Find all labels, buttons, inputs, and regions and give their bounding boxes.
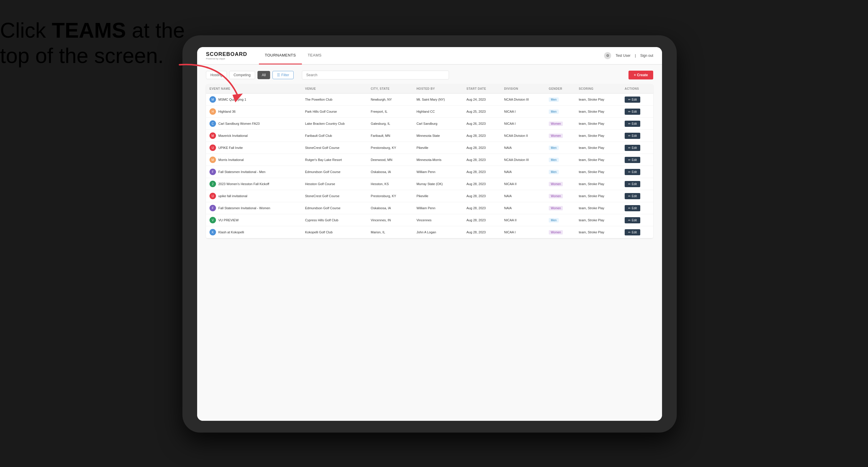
cell-scoring: team, Stroke Play (575, 214, 621, 226)
team-icon: U (210, 145, 216, 151)
cell-city-state: Oskaloosa, IA (367, 166, 413, 178)
table-row: M Maverick Invitational Faribault Golf C… (206, 130, 653, 142)
cell-city-state: Faribault, MN (367, 130, 413, 142)
edit-button[interactable]: ✏ Edit (625, 133, 640, 139)
event-name-text: 2023 Women's Hesston Fall Kickoff (218, 182, 269, 186)
col-event-name: EVENT NAME (206, 84, 302, 94)
cell-hosted-by: Minnesota State (413, 130, 463, 142)
instruction-bold: TEAMS (52, 19, 126, 42)
competing-filter-btn[interactable]: Competing (229, 71, 255, 79)
cell-gender: Men (545, 106, 575, 118)
team-icon: F (210, 168, 216, 175)
cell-division: NICAA I (500, 106, 545, 118)
cell-venue: The Powelton Club (302, 94, 367, 106)
cell-scoring: team, Stroke Play (575, 142, 621, 154)
scoreboard-logo: SCOREBOARD Powered by clippit (206, 51, 247, 60)
edit-icon: ✏ (628, 158, 630, 161)
hosting-filter-btn[interactable]: Hosting (206, 71, 227, 79)
cell-start-date: Aug 26, 2023 (463, 118, 500, 130)
cell-gender: Men (545, 166, 575, 178)
cell-hosted-by: William Penn (413, 202, 463, 214)
cell-actions: ✏ Edit (621, 178, 653, 190)
event-name-text: UPIKE Fall Invite (218, 146, 243, 150)
event-name-text: Maverick Invitational (218, 134, 248, 137)
col-city-state: CITY, STATE (367, 84, 413, 94)
cell-division: NICAA I (500, 118, 545, 130)
create-btn[interactable]: + Create (628, 71, 653, 80)
col-start-date: START DATE (463, 84, 500, 94)
table-row: M MSMC Qualifying 1 The Powelton Club Ne… (206, 94, 653, 106)
user-name: Test User (616, 54, 630, 58)
table-row: V VU PREVIEW Cypress Hills Golf Club Vin… (206, 214, 653, 226)
cell-venue: StoneCrest Golf Course (302, 142, 367, 154)
cell-hosted-by: Pikeville (413, 142, 463, 154)
cell-division: NAIA (500, 202, 545, 214)
event-name-text: Fall Statesmen Invitational - Men (218, 170, 266, 174)
tablet-device: SCOREBOARD Powered by clippit TOURNAMENT… (182, 35, 677, 433)
logo-main-text: SCOREBOARD (206, 51, 247, 57)
cell-venue: Cypress Hills Golf Club (302, 214, 367, 226)
cell-gender: Women (545, 202, 575, 214)
search-input[interactable] (302, 71, 449, 80)
edit-icon: ✏ (628, 98, 630, 101)
cell-event-name: 2 2023 Women's Hesston Fall Kickoff (206, 178, 302, 190)
cell-venue: Rutger's Bay Lake Resort (302, 154, 367, 166)
cell-event-name: M MSMC Qualifying 1 (206, 94, 302, 106)
edit-button[interactable]: ✏ Edit (625, 169, 640, 175)
cell-city-state: Hesston, KS (367, 178, 413, 190)
edit-button[interactable]: ✏ Edit (625, 217, 640, 223)
cell-hosted-by: William Penn (413, 166, 463, 178)
all-filter-btn[interactable]: All (257, 71, 270, 79)
filter-label: Filter (281, 73, 289, 77)
main-content: Hosting Competing All ☰ Filter + Create … (197, 65, 662, 421)
cell-city-state: Prestonsburg, KY (367, 190, 413, 202)
team-icon: H (210, 108, 216, 115)
event-name-text: Fall Statesmen Invitational - Women (218, 206, 270, 210)
col-division: DIVISION (500, 84, 545, 94)
tournaments-table: EVENT NAME VENUE CITY, STATE HOSTED BY S… (206, 84, 653, 238)
cell-actions: ✏ Edit (621, 166, 653, 178)
cell-city-state: Newburgh, NY (367, 94, 413, 106)
cell-start-date: Aug 28, 2023 (463, 178, 500, 190)
cell-venue: Edmundson Golf Course (302, 202, 367, 214)
edit-icon: ✏ (628, 122, 630, 125)
event-name-text: MSMC Qualifying 1 (218, 98, 246, 101)
filter-icon-btn[interactable]: ☰ Filter (273, 71, 293, 79)
settings-icon[interactable]: ⚙ (604, 52, 611, 59)
table-row: F Fall Statesmen Invitational - Men Edmu… (206, 166, 653, 178)
cell-actions: ✏ Edit (621, 118, 653, 130)
edit-button[interactable]: ✏ Edit (625, 157, 640, 163)
cell-start-date: Aug 28, 2023 (463, 190, 500, 202)
table-row: M Morris Invitational Rutger's Bay Lake … (206, 154, 653, 166)
table-row: 2 2023 Women's Hesston Fall Kickoff Hess… (206, 178, 653, 190)
edit-button[interactable]: ✏ Edit (625, 205, 640, 211)
cell-division: NICAA II (500, 214, 545, 226)
team-icon: M (210, 132, 216, 139)
edit-button[interactable]: ✏ Edit (625, 108, 640, 115)
app-header: SCOREBOARD Powered by clippit TOURNAMENT… (197, 47, 662, 65)
event-name-text: Highland 36 (218, 110, 236, 113)
cell-gender: Women (545, 118, 575, 130)
table-row: C Carl Sandburg Women FA23 Lake Bracken … (206, 118, 653, 130)
cell-city-state: Deerwood, MN (367, 154, 413, 166)
cell-division: NAIA (500, 190, 545, 202)
cell-event-name: V VU PREVIEW (206, 214, 302, 226)
event-name-text: upike fall invitational (218, 194, 247, 198)
cell-scoring: team, Stroke Play (575, 106, 621, 118)
edit-button[interactable]: ✏ Edit (625, 181, 640, 187)
edit-button[interactable]: ✏ Edit (625, 145, 640, 151)
cell-event-name: F Fall Statesmen Invitational - Men (206, 166, 302, 178)
sign-out-link[interactable]: Sign out (640, 54, 653, 58)
edit-button[interactable]: ✏ Edit (625, 96, 640, 103)
cell-gender: Men (545, 214, 575, 226)
cell-actions: ✏ Edit (621, 94, 653, 106)
edit-button[interactable]: ✏ Edit (625, 229, 640, 236)
edit-button[interactable]: ✏ Edit (625, 193, 640, 199)
cell-hosted-by: Carl Sandburg (413, 118, 463, 130)
tab-teams[interactable]: TEAMS (302, 47, 328, 64)
team-icon: U (210, 193, 216, 199)
edit-button[interactable]: ✏ Edit (625, 121, 640, 127)
tab-tournaments[interactable]: TOURNAMENTS (259, 47, 302, 64)
edit-icon: ✏ (628, 182, 630, 186)
cell-hosted-by: John A Logan (413, 226, 463, 238)
